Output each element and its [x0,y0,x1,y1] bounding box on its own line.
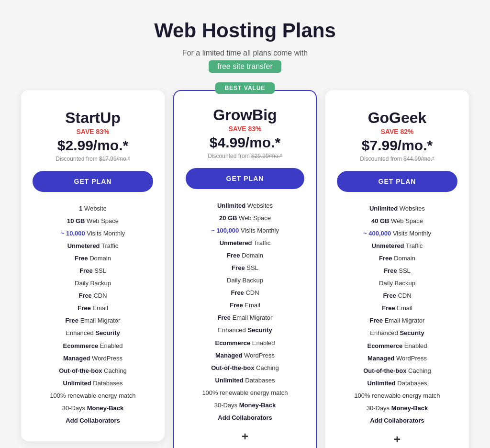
feature-item: Free CDN [33,290,153,302]
feature-item: Enhanced Security [186,324,304,336]
plan-card-gogeek: GoGeekSAVE 82%$7.99/mo.*Discounted from … [325,90,469,448]
feature-item: Ecommerce Enabled [186,337,304,349]
feature-item: Free Domain [337,252,457,265]
feature-item: Daily Backup [337,277,457,290]
feature-item: Unlimited Databases [337,377,457,390]
feature-item: Out-of-the-box Caching [186,362,304,374]
feature-item: 100% renewable energy match [337,390,457,402]
feature-item: Unlimited Websites [186,200,304,212]
feature-item: ~ 10,000 Visits Monthly [33,227,153,240]
feature-item: Add Collaborators [186,412,304,424]
subtitle: For a limited time all plans come with [182,49,308,57]
feature-item: Free Email [33,302,153,314]
plan-card-growbig: BEST VALUEGrowBigSAVE 83%$4.99/mo.*Disco… [173,90,317,448]
feature-item: Out-of-the-box Caching [337,365,457,377]
feature-item: Free Email [337,302,457,314]
plus-divider-gogeek: + [337,433,457,446]
feature-item: Unmetered Traffic [337,240,457,252]
plan-name-gogeek: GoGeek [337,109,457,127]
price-startup: $2.99/mo.* [33,137,153,154]
feature-item: 40 GB Web Space [337,215,457,227]
feature-item: 10 GB Web Space [33,215,153,227]
feature-item: Unlimited Websites [337,202,457,215]
feature-item: Free SSL [337,265,457,277]
feature-item: Free Email Migrator [337,314,457,327]
feature-item: Unlimited Databases [33,377,153,390]
feature-item: ~ 100,000 Visits Monthly [186,224,304,237]
feature-item: 30-Days Money-Back [186,399,304,412]
feature-item: 30-Days Money-Back [33,402,153,414]
discounted-from-startup: Discounted from $17.99/mo.* [33,156,153,162]
feature-item: Free CDN [337,290,457,302]
get-plan-button-gogeek[interactable]: GET PLAN [337,171,457,192]
get-plan-button-growbig[interactable]: GET PLAN [186,168,304,189]
plan-card-startup: StartUpSAVE 83%$2.99/mo.*Discounted from… [21,90,165,441]
features-list-growbig: Unlimited Websites20 GB Web Space~ 100,0… [186,200,304,424]
feature-item: Daily Backup [186,274,304,287]
feature-item: Unmetered Traffic [33,240,153,252]
feature-item: Free Email Migrator [186,312,304,324]
feature-item: Free SSL [186,262,304,274]
page-title: Web Hosting Plans [154,19,336,42]
price-growbig: $4.99/mo.* [186,134,304,151]
promo-badge: free site transfer [209,60,281,73]
feature-item: Unmetered Traffic [186,237,304,249]
feature-item: Free CDN [186,287,304,299]
feature-item: Ecommerce Enabled [33,340,153,352]
feature-item: 100% renewable energy match [186,387,304,399]
save-label-growbig: SAVE 83% [186,125,304,133]
feature-item: Out-of-the-box Caching [33,365,153,377]
discounted-from-growbig: Discounted from $29.99/mo.* [186,153,304,159]
feature-item: 30-Days Money-Back [337,402,457,414]
feature-item: Enhanced Security [337,327,457,339]
feature-item: 100% renewable energy match [33,390,153,402]
feature-item: Ecommerce Enabled [337,340,457,352]
save-label-gogeek: SAVE 82% [337,128,457,135]
feature-item: 1 Website [33,202,153,215]
feature-item: Add Collaborators [33,414,153,427]
plus-divider-growbig: + [186,430,304,443]
price-gogeek: $7.99/mo.* [337,137,457,154]
feature-item: Add Collaborators [337,414,457,427]
features-list-gogeek: Unlimited Websites40 GB Web Space~ 400,0… [337,202,457,427]
feature-item: Free Domain [33,252,153,265]
feature-item: 20 GB Web Space [186,212,304,224]
plans-container: StartUpSAVE 83%$2.99/mo.*Discounted from… [11,90,479,448]
save-label-startup: SAVE 83% [33,128,153,135]
feature-item: Daily Backup [33,277,153,290]
feature-item: Free SSL [33,265,153,277]
feature-item: Unlimited Databases [186,374,304,387]
plan-name-growbig: GrowBig [186,106,304,124]
discounted-from-gogeek: Discounted from $44.99/mo.* [337,156,457,162]
feature-item: Enhanced Security [33,327,153,339]
feature-item: ~ 400,000 Visits Monthly [337,227,457,240]
feature-item: Managed WordPress [33,352,153,365]
feature-item: Free Email Migrator [33,314,153,327]
best-value-badge: BEST VALUE [215,82,275,94]
plan-name-startup: StartUp [33,109,153,127]
feature-item: Free Email [186,299,304,312]
feature-item: Managed WordPress [186,349,304,362]
feature-item: Managed WordPress [337,352,457,365]
get-plan-button-startup[interactable]: GET PLAN [33,171,153,192]
features-list-startup: 1 Website10 GB Web Space~ 10,000 Visits … [33,202,153,427]
feature-item: Free Domain [186,249,304,262]
